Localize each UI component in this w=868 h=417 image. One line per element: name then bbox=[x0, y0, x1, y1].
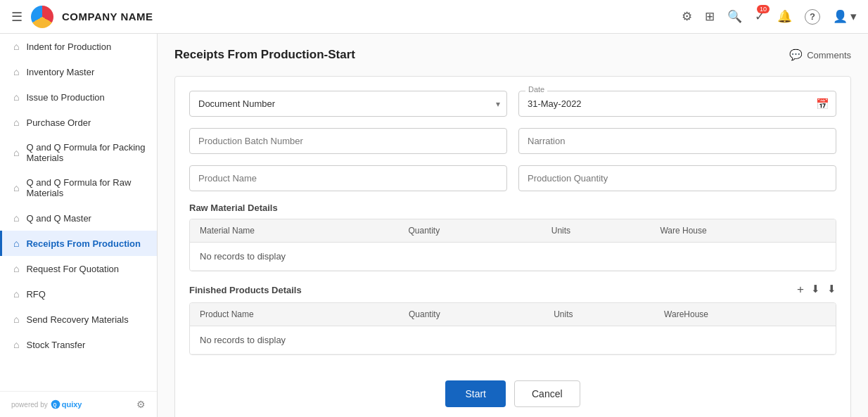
sidebar-item-q-and-q-formula-packing[interactable]: ⌂Q and Q Formula for Packing Materials bbox=[0, 135, 157, 170]
production-quantity-group bbox=[518, 165, 836, 191]
form-actions: Start Cancel bbox=[189, 366, 836, 410]
home-icon: ⌂ bbox=[13, 91, 19, 103]
page-header: Receipts From Production-Start 💬 Comment… bbox=[174, 48, 851, 62]
date-input[interactable] bbox=[518, 91, 836, 117]
sidebar-item-inventory-master[interactable]: ⌂Inventory Master bbox=[0, 59, 157, 84]
finished-products-col-quantity: Quantity bbox=[399, 303, 544, 326]
raw-material-table: Material NameQuantityUnitsWare House No … bbox=[190, 219, 836, 271]
bell-icon[interactable]: 🔔 bbox=[777, 9, 792, 24]
sidebar-item-label: Purchase Order bbox=[26, 117, 91, 128]
raw-material-no-records: No records to display bbox=[190, 243, 836, 271]
calendar-icon[interactable]: 📅 bbox=[816, 98, 829, 110]
raw-material-section-title: Raw Material Details bbox=[189, 203, 836, 213]
sidebar-item-label: Issue to Production bbox=[26, 92, 104, 103]
home-icon: ⌂ bbox=[13, 41, 19, 52]
comment-icon: 💬 bbox=[789, 49, 803, 61]
raw-material-header-row: Material NameQuantityUnitsWare House bbox=[190, 219, 836, 243]
narration-group bbox=[518, 128, 836, 154]
sidebar-item-label: Inventory Master bbox=[26, 67, 94, 77]
finished-products-col-units: Units bbox=[544, 303, 654, 326]
home-icon: ⌂ bbox=[13, 288, 19, 300]
sidebar-settings-icon[interactable]: ⚙ bbox=[136, 399, 146, 410]
product-name-input[interactable] bbox=[189, 165, 507, 191]
user-icon: 👤 bbox=[833, 9, 848, 24]
user-menu[interactable]: 👤 ▾ bbox=[833, 9, 857, 24]
tasks-icon[interactable]: ✓ 10 bbox=[755, 9, 765, 24]
home-icon: ⌂ bbox=[13, 182, 19, 193]
finished-products-header-row: Product NameQuantityUnitsWareHouse bbox=[190, 303, 836, 326]
sidebar-item-label: Q and Q Formula for Raw Materials bbox=[26, 177, 146, 198]
raw-material-table-wrapper: Material NameQuantityUnitsWare House No … bbox=[189, 219, 836, 271]
form-row-1: Document Number ▾ Date 📅 bbox=[189, 91, 836, 117]
document-number-group: Document Number ▾ bbox=[189, 91, 507, 117]
download1-icon[interactable]: ⬇ bbox=[811, 283, 820, 297]
finished-products-table-wrapper: Product NameQuantityUnitsWareHouse No re… bbox=[189, 302, 836, 355]
raw-material-col-material-name: Material Name bbox=[190, 219, 398, 243]
production-quantity-input[interactable] bbox=[518, 165, 836, 191]
powered-by-label: powered by Q quixy bbox=[11, 399, 82, 409]
start-button[interactable]: Start bbox=[445, 380, 506, 407]
sidebar-item-purchase-order[interactable]: ⌂Purchase Order bbox=[0, 110, 157, 135]
sidebar-item-receipts-from-production[interactable]: ⌂Receipts From Production bbox=[0, 231, 157, 256]
home-icon: ⌂ bbox=[13, 147, 19, 158]
company-name: COMPANY NAME bbox=[62, 11, 153, 23]
date-group: Date 📅 bbox=[518, 91, 836, 117]
home-icon: ⌂ bbox=[13, 238, 19, 249]
sidebar-item-q-and-q-formula-raw[interactable]: ⌂Q and Q Formula for Raw Materials bbox=[0, 170, 157, 205]
finished-products-col-warehouse: WareHouse bbox=[654, 303, 836, 326]
narration-input[interactable] bbox=[518, 128, 836, 154]
quixy-logo-icon: Q bbox=[51, 399, 60, 409]
form-row-3 bbox=[189, 165, 836, 191]
company-logo bbox=[31, 6, 53, 28]
cancel-button[interactable]: Cancel bbox=[514, 380, 580, 407]
sidebar-item-label: RFQ bbox=[26, 289, 45, 300]
document-number-select[interactable]: Document Number bbox=[189, 91, 507, 117]
product-name-group bbox=[189, 165, 507, 191]
svg-text:Q: Q bbox=[53, 402, 56, 408]
sidebar-item-label: Send Recovery Materials bbox=[26, 314, 128, 325]
help-icon[interactable]: ? bbox=[805, 9, 820, 25]
sidebar-item-indent-for-production[interactable]: ⌂Indent for Production bbox=[0, 34, 157, 59]
download2-icon[interactable]: ⬇ bbox=[827, 283, 836, 297]
home-icon: ⌂ bbox=[13, 263, 19, 274]
finished-products-section-title: Finished Products Details bbox=[189, 285, 302, 295]
comments-button[interactable]: 💬 Comments bbox=[789, 49, 851, 61]
raw-material-col-ware-house: Ware House bbox=[650, 219, 836, 243]
search-icon[interactable]: 🔍 bbox=[727, 9, 742, 24]
raw-material-no-records-row: No records to display bbox=[190, 243, 836, 271]
sidebar-item-stock-transfer[interactable]: ⌂Stock Transfer bbox=[0, 332, 157, 357]
top-nav: ☰ COMPANY NAME ⚙ ⊞ 🔍 ✓ 10 🔔 ? 👤 ▾ bbox=[0, 0, 868, 34]
sidebar-item-label: Stock Transfer bbox=[26, 340, 85, 350]
settings-icon[interactable]: ⚙ bbox=[682, 9, 692, 24]
sidebar-item-label: Q and Q Formula for Packing Materials bbox=[26, 142, 146, 163]
date-label: Date bbox=[525, 85, 547, 94]
sidebar-item-label: Q and Q Master bbox=[26, 213, 91, 224]
user-chevron-icon: ▾ bbox=[850, 9, 857, 24]
production-batch-input[interactable] bbox=[189, 128, 507, 154]
home-icon: ⌂ bbox=[13, 117, 19, 128]
sidebar-item-q-and-q-master[interactable]: ⌂Q and Q Master bbox=[0, 205, 157, 231]
home-icon: ⌂ bbox=[13, 339, 19, 350]
task-badge: 10 bbox=[757, 5, 770, 13]
sidebar-item-rfq[interactable]: ⌂RFQ bbox=[0, 281, 157, 307]
sidebar-item-label: Receipts From Production bbox=[26, 238, 141, 249]
finished-products-no-records-row: No records to display bbox=[190, 326, 836, 354]
sidebar-item-request-for-quotation[interactable]: ⌂Request For Quotation bbox=[0, 256, 157, 281]
home-icon: ⌂ bbox=[13, 66, 19, 77]
production-batch-group bbox=[189, 128, 507, 154]
sidebar-item-label: Request For Quotation bbox=[26, 264, 119, 274]
add-row-icon[interactable]: + bbox=[797, 283, 804, 297]
finished-products-actions: + ⬇ ⬇ bbox=[797, 283, 836, 297]
hamburger-icon[interactable]: ☰ bbox=[11, 9, 23, 25]
finished-products-table: Product NameQuantityUnitsWareHouse No re… bbox=[190, 303, 836, 354]
sidebar-item-send-recovery-materials[interactable]: ⌂Send Recovery Materials bbox=[0, 307, 157, 332]
grid-icon[interactable]: ⊞ bbox=[705, 9, 715, 24]
sidebar-footer: powered by Q quixy ⚙ bbox=[0, 391, 157, 417]
raw-material-col-quantity: Quantity bbox=[398, 219, 541, 243]
form-container: Document Number ▾ Date 📅 bbox=[174, 76, 851, 417]
sidebar-item-label: Indent for Production bbox=[26, 41, 111, 52]
form-row-2 bbox=[189, 128, 836, 154]
sidebar-item-issue-to-production[interactable]: ⌂Issue to Production bbox=[0, 84, 157, 110]
home-icon: ⌂ bbox=[13, 314, 19, 325]
sidebar: ⌂Indent for Production⌂Inventory Master⌂… bbox=[0, 34, 158, 417]
